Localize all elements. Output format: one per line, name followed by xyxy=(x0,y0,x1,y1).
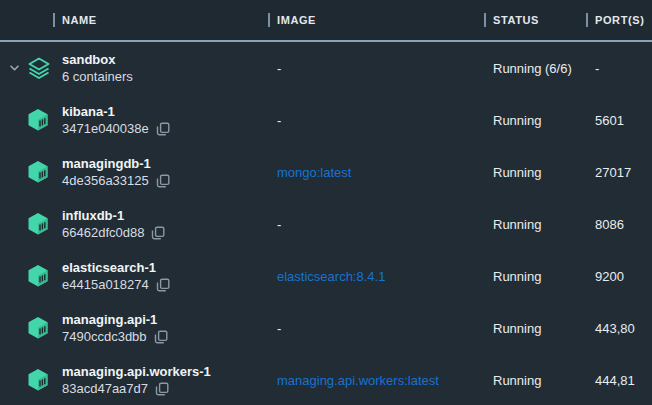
column-header-ports: PORT(S) xyxy=(586,13,652,27)
column-header-label: PORT(S) xyxy=(595,14,644,26)
status-text: Running xyxy=(484,321,586,336)
status-text: Running xyxy=(484,113,586,128)
container-cube-icon xyxy=(27,368,49,392)
copy-icon[interactable] xyxy=(154,330,168,344)
ports-text: 444,81 xyxy=(586,373,652,388)
column-header-label: STATUS xyxy=(493,14,539,26)
column-header-label: IMAGE xyxy=(277,14,316,26)
container-name: managing.api.workers-1 xyxy=(62,364,268,379)
column-header-label: NAME xyxy=(62,14,97,26)
ports-text: 27017 xyxy=(586,165,652,180)
ports-text: - xyxy=(586,61,652,76)
column-divider xyxy=(268,13,270,27)
column-divider xyxy=(53,13,55,27)
group-subtitle: 6 containers xyxy=(62,69,133,84)
container-row[interactable]: managingdb-1 4de356a33125 mongo:latest R… xyxy=(0,146,652,198)
image-link[interactable]: mongo:latest xyxy=(268,165,484,180)
column-header-image: IMAGE xyxy=(268,13,484,27)
container-name: kibana-1 xyxy=(62,104,268,119)
image-cell: - xyxy=(268,217,484,232)
copy-icon[interactable] xyxy=(156,278,170,292)
container-id: e4415a018274 xyxy=(62,277,149,292)
chevron-down-icon[interactable] xyxy=(9,63,20,73)
container-row[interactable]: managing.api-1 7490ccdc3dbb - Running 44… xyxy=(0,302,652,354)
layers-icon xyxy=(27,56,51,80)
ports-text: 443,80 xyxy=(586,321,652,336)
status-text: Running xyxy=(484,373,586,388)
container-cube-icon xyxy=(27,264,49,288)
container-name: managing.api-1 xyxy=(62,312,268,327)
container-cube-icon xyxy=(27,212,49,236)
container-id: 3471e040038e xyxy=(62,121,149,136)
group-name: sandbox xyxy=(62,52,268,67)
container-name: elasticsearch-1 xyxy=(62,260,268,275)
copy-icon[interactable] xyxy=(156,122,170,136)
ports-text: 9200 xyxy=(586,269,652,284)
containers-table: NAME IMAGE STATUS PORT(S) sandbox 6 cont… xyxy=(0,0,652,405)
container-name: managingdb-1 xyxy=(62,156,268,171)
column-header-status: STATUS xyxy=(484,13,586,27)
container-id: 66462dfc0d88 xyxy=(62,225,144,240)
container-name: influxdb-1 xyxy=(62,208,268,223)
copy-icon[interactable] xyxy=(151,226,165,240)
container-id: 4de356a33125 xyxy=(62,173,149,188)
container-row[interactable]: kibana-1 3471e040038e - Running 5601 xyxy=(0,94,652,146)
ports-text: 5601 xyxy=(586,113,652,128)
compose-group-row[interactable]: sandbox 6 containers - Running (6/6) - xyxy=(0,42,652,94)
container-id: 7490ccdc3dbb xyxy=(62,329,147,344)
copy-icon[interactable] xyxy=(156,174,170,188)
container-row[interactable]: elasticsearch-1 e4415a018274 elasticsear… xyxy=(0,250,652,302)
image-link[interactable]: managing.api.workers:latest xyxy=(268,373,484,388)
copy-icon[interactable] xyxy=(155,382,169,396)
image-cell: - xyxy=(268,113,484,128)
status-text: Running xyxy=(484,217,586,232)
container-row[interactable]: influxdb-1 66462dfc0d88 - Running 8086 xyxy=(0,198,652,250)
container-cube-icon xyxy=(27,160,49,184)
container-id: 83acd47aa7d7 xyxy=(62,381,148,396)
column-divider xyxy=(484,13,486,27)
image-link[interactable]: elasticsearch:8.4.1 xyxy=(268,269,484,284)
status-text: Running (6/6) xyxy=(484,61,586,76)
ports-text: 8086 xyxy=(586,217,652,232)
image-cell: - xyxy=(268,61,484,76)
column-divider xyxy=(586,13,588,27)
container-cube-icon xyxy=(27,108,49,132)
container-row[interactable]: managing.api.workers-1 83acd47aa7d7 mana… xyxy=(0,354,652,405)
status-text: Running xyxy=(484,165,586,180)
container-cube-icon xyxy=(27,316,49,340)
column-header-name: NAME xyxy=(0,13,268,27)
image-cell: - xyxy=(268,321,484,336)
status-text: Running xyxy=(484,269,586,284)
table-header: NAME IMAGE STATUS PORT(S) xyxy=(0,0,652,42)
